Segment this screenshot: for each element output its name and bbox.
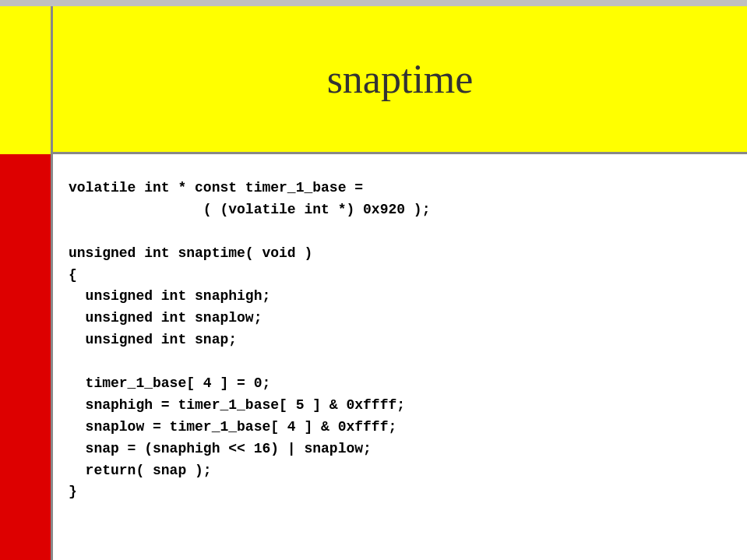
left-bar-yellow xyxy=(0,6,53,154)
main-container: snaptime volatile int * const timer_1_ba… xyxy=(0,6,747,560)
title-section: snaptime xyxy=(53,6,747,154)
page-title: snaptime xyxy=(327,56,474,102)
top-bar xyxy=(0,0,747,6)
code-block: volatile int * const timer_1_base = ( (v… xyxy=(69,178,731,503)
code-section: volatile int * const timer_1_base = ( (v… xyxy=(53,154,747,560)
content-area: snaptime volatile int * const timer_1_ba… xyxy=(53,6,747,560)
left-bar xyxy=(0,6,53,560)
left-bar-red xyxy=(0,154,53,560)
